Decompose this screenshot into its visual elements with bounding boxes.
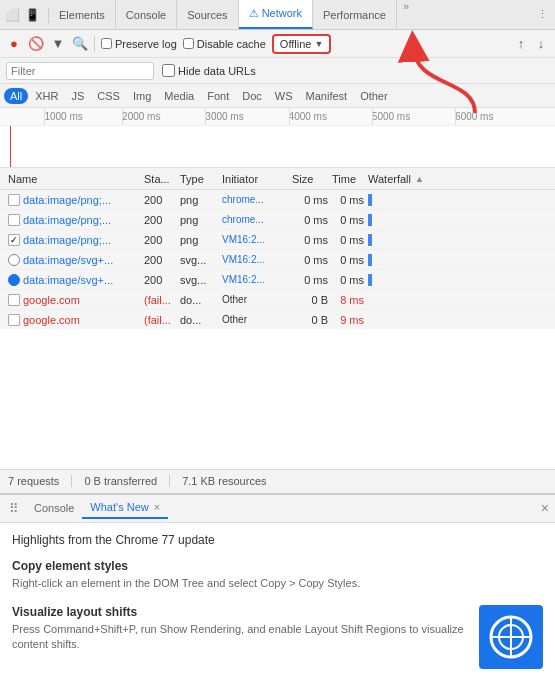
toolbar-right: ↑ ↓ bbox=[513, 36, 549, 52]
table-row[interactable]: ✓ data:image/png;... 200 png VM16:2... 0… bbox=[0, 230, 555, 250]
ruler-mark-6000: 6000 ms bbox=[455, 108, 493, 125]
hide-data-urls-checkbox[interactable] bbox=[162, 64, 175, 77]
tab-console[interactable]: Console bbox=[116, 0, 177, 29]
type-tab-img[interactable]: Img bbox=[127, 88, 157, 104]
whats-new-content: Highlights from the Chrome 77 update Cop… bbox=[0, 523, 555, 693]
col-header-status[interactable]: Sta... bbox=[144, 173, 180, 185]
whats-new-close-icon[interactable]: × bbox=[154, 501, 160, 513]
offline-dropdown-arrow: ▼ bbox=[314, 39, 323, 49]
sort-arrow-icon: ▲ bbox=[415, 174, 424, 184]
ruler-mark-4000: 4000 ms bbox=[289, 108, 327, 125]
feature-title-2: Visualize layout shifts bbox=[12, 605, 469, 619]
table-row[interactable]: data:image/svg+... 200 svg... VM16:2... … bbox=[0, 250, 555, 270]
type-tab-font[interactable]: Font bbox=[201, 88, 235, 104]
feature-title: Copy element styles bbox=[12, 559, 533, 573]
type-tab-xhr[interactable]: XHR bbox=[29, 88, 64, 104]
device-icon[interactable]: 📱 bbox=[24, 7, 40, 23]
bottom-panel: ⠿ Console What's New × × Highlights from… bbox=[0, 493, 555, 693]
disable-cache-label[interactable]: Disable cache bbox=[183, 38, 266, 50]
timeline-red-line bbox=[10, 126, 11, 168]
col-header-initiator[interactable]: Initiator bbox=[222, 173, 292, 185]
row-icon bbox=[8, 274, 20, 286]
requests-count: 7 requests bbox=[8, 475, 72, 487]
tab-bar: ⬜ 📱 Elements Console Sources ⚠ Network P… bbox=[0, 0, 555, 30]
bottom-panel-close-icon[interactable]: × bbox=[541, 500, 549, 516]
clear-icon[interactable]: 🚫 bbox=[28, 36, 44, 52]
row-icon bbox=[8, 214, 20, 226]
timeline: 1000 ms 2000 ms 3000 ms 4000 ms 5000 ms … bbox=[0, 108, 555, 168]
col-header-waterfall[interactable]: Waterfall ▲ bbox=[368, 173, 551, 185]
table-row[interactable]: data:image/svg+... 200 svg... VM16:2... … bbox=[0, 270, 555, 290]
row-name-cell: google.com bbox=[4, 294, 144, 306]
row-name-cell: data:image/png;... bbox=[4, 194, 144, 206]
tab-menu: ⋮ bbox=[533, 6, 551, 24]
row-icon bbox=[8, 294, 20, 306]
col-header-type[interactable]: Type bbox=[180, 173, 222, 185]
type-tab-ws[interactable]: WS bbox=[269, 88, 299, 104]
bottom-panel-tabs: ⠿ Console What's New × × bbox=[0, 495, 555, 523]
col-header-name[interactable]: Name bbox=[4, 173, 144, 185]
table-row[interactable]: data:image/png;... 200 png chrome... 0 m… bbox=[0, 210, 555, 230]
import-icon[interactable]: ↑ bbox=[513, 36, 529, 52]
feature-desc: Right-click an element in the DOM Tree a… bbox=[12, 576, 533, 591]
inspect-icon[interactable]: ⬜ bbox=[4, 7, 20, 23]
type-tab-other[interactable]: Other bbox=[354, 88, 394, 104]
filter-icon[interactable]: ▼ bbox=[50, 36, 66, 52]
row-name-cell: google.com bbox=[4, 314, 144, 326]
tab-performance[interactable]: Performance bbox=[313, 0, 397, 29]
tab-network[interactable]: ⚠ Network bbox=[239, 0, 313, 29]
feature-text: Copy element styles Right-click an eleme… bbox=[12, 559, 533, 591]
filter-bar: Hide data URLs bbox=[0, 58, 555, 84]
col-header-time[interactable]: Time bbox=[332, 173, 368, 185]
col-header-size[interactable]: Size bbox=[292, 173, 332, 185]
ruler-mark-1000: 1000 ms bbox=[44, 108, 82, 125]
export-icon[interactable]: ↓ bbox=[533, 36, 549, 52]
row-icon bbox=[8, 254, 20, 266]
row-icon: ✓ bbox=[8, 234, 20, 246]
record-icon[interactable]: ● bbox=[6, 36, 22, 52]
row-name-cell: ✓ data:image/png;... bbox=[4, 234, 144, 246]
table-row[interactable]: google.com (fail... do... Other 0 B 9 ms bbox=[0, 310, 555, 329]
transferred-size: 0 B transferred bbox=[84, 475, 170, 487]
hide-data-urls-label[interactable]: Hide data URLs bbox=[162, 64, 256, 77]
feature-image bbox=[479, 605, 543, 669]
bottom-panel-menu-icon[interactable]: ⠿ bbox=[6, 500, 22, 516]
table-row[interactable]: data:image/png;... 200 png chrome... 0 m… bbox=[0, 190, 555, 210]
more-menu-icon[interactable]: ⋮ bbox=[533, 6, 551, 24]
row-name-cell: data:image/png;... bbox=[4, 214, 144, 226]
timeline-body bbox=[0, 126, 555, 168]
row-name-cell: data:image/svg+... bbox=[4, 274, 144, 286]
type-tab-js[interactable]: JS bbox=[65, 88, 90, 104]
type-tab-media[interactable]: Media bbox=[158, 88, 200, 104]
preserve-log-checkbox[interactable] bbox=[101, 38, 112, 49]
type-tab-css[interactable]: CSS bbox=[91, 88, 126, 104]
bottom-tab-whats-new[interactable]: What's New × bbox=[82, 497, 168, 519]
table-header: Name Sta... Type Initiator Size Time Wat… bbox=[0, 168, 555, 190]
bottom-tab-console[interactable]: Console bbox=[26, 498, 82, 518]
feature-text-2: Visualize layout shifts Press Command+Sh… bbox=[12, 605, 469, 653]
main-tabs: Elements Console Sources ⚠ Network Perfo… bbox=[49, 0, 415, 29]
network-toolbar: ● 🚫 ▼ 🔍 Preserve log Disable cache Offli… bbox=[0, 30, 555, 58]
resources-size: 7.1 KB resources bbox=[182, 475, 278, 487]
search-icon[interactable]: 🔍 bbox=[72, 36, 88, 52]
offline-button[interactable]: Offline ▼ bbox=[272, 34, 332, 54]
ruler-mark-5000: 5000 ms bbox=[372, 108, 410, 125]
feature-layout-shifts: Visualize layout shifts Press Command+Sh… bbox=[12, 605, 543, 669]
preserve-log-label[interactable]: Preserve log bbox=[101, 38, 177, 50]
row-icon bbox=[8, 194, 20, 206]
tabs-overflow[interactable]: » bbox=[397, 0, 415, 29]
whats-new-title: Highlights from the Chrome 77 update bbox=[12, 533, 543, 547]
table-row[interactable]: google.com (fail... do... Other 0 B 8 ms bbox=[0, 290, 555, 310]
tab-elements[interactable]: Elements bbox=[49, 0, 116, 29]
status-bar: 7 requests 0 B transferred 7.1 KB resour… bbox=[0, 469, 555, 493]
row-name-cell: data:image/svg+... bbox=[4, 254, 144, 266]
table-body: data:image/png;... 200 png chrome... 0 m… bbox=[0, 190, 555, 329]
type-tab-doc[interactable]: Doc bbox=[236, 88, 268, 104]
row-icon bbox=[8, 314, 20, 326]
type-tab-all[interactable]: All bbox=[4, 88, 28, 104]
disable-cache-checkbox[interactable] bbox=[183, 38, 194, 49]
ruler-mark-3000: 3000 ms bbox=[205, 108, 243, 125]
filter-input[interactable] bbox=[6, 62, 154, 80]
tab-sources[interactable]: Sources bbox=[177, 0, 238, 29]
type-tab-manifest[interactable]: Manifest bbox=[300, 88, 354, 104]
